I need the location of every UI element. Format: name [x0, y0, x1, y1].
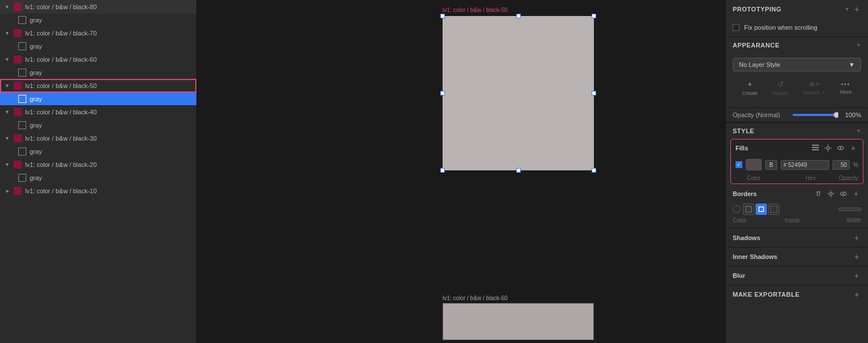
make-exportable-add-button[interactable]: +: [852, 290, 861, 299]
blur-add-button[interactable]: +: [852, 271, 861, 280]
fill-opacity-input[interactable]: [833, 160, 850, 170]
border-label-width: Width: [838, 217, 861, 224]
canvas-frame-black-60[interactable]: [443, 303, 594, 340]
border-width-input[interactable]: [838, 208, 861, 211]
handle-tr[interactable]: [592, 14, 596, 18]
handle-ml[interactable]: [440, 91, 445, 95]
fill-row: B %: [731, 157, 863, 174]
style-collapse-icon: ▼: [856, 128, 861, 134]
layer-group-header-black-40[interactable]: ▼ lv1: color / b&w / black-40: [0, 105, 196, 119]
opacity-slider[interactable]: [793, 111, 838, 118]
layer-group-header-black-30[interactable]: ▼ lv1: color / b&w / black-30: [0, 131, 196, 145]
layer-item-gray-70[interactable]: gray: [0, 40, 196, 53]
layer-group-header-black-70[interactable]: ▼ lv1: color / b&w / black-70: [0, 26, 196, 40]
blur-section: Blur +: [726, 266, 868, 285]
layer-group-black-80: ▼ lv1: color / b&w / black-80 gray: [0, 0, 196, 26]
appearance-title: APPEARANCE: [733, 42, 779, 49]
fills-actions: +: [810, 143, 858, 153]
update-icon: ↺: [777, 79, 784, 89]
inner-shadows-add-button[interactable]: +: [852, 252, 861, 261]
canvas-label-black-60: lv1: color / b&w / black-60: [443, 295, 508, 301]
inner-shadows-title: Inner Shadows: [733, 253, 777, 260]
border-labels-row: Color Inside Width: [733, 216, 861, 225]
layer-style-arrow: ▼: [849, 61, 855, 68]
svg-rect-0: [793, 114, 838, 116]
prototyping-section: PROTOTYPING ▼ + Fix position when scroll…: [726, 0, 868, 37]
fill-color-swatch[interactable]: [746, 159, 762, 170]
fills-visible-button[interactable]: [835, 143, 846, 153]
layer-item-gray-80[interactable]: gray: [0, 14, 196, 26]
handle-bm[interactable]: [516, 168, 521, 173]
svg-point-7: [840, 147, 842, 149]
blur-title: Blur: [733, 272, 745, 279]
fill-checkbox[interactable]: [736, 161, 742, 168]
borders-visible-button[interactable]: [838, 189, 849, 199]
style-header: STYLE ▼: [726, 122, 868, 137]
svg-rect-3: [812, 145, 819, 146]
layer-group-label: lv1: color / b&w / black-20: [25, 161, 97, 168]
shadows-add-button[interactable]: +: [852, 233, 861, 242]
handle-tm[interactable]: [516, 14, 521, 18]
layer-item-gray-20[interactable]: gray: [0, 172, 196, 184]
prototyping-header[interactable]: PROTOTYPING ▼ +: [726, 0, 868, 18]
layer-group-black-40: ▼ lv1: color / b&w / black-40 gray: [0, 105, 196, 131]
update-button[interactable]: ↺ Update: [767, 77, 793, 98]
svg-rect-12: [759, 207, 763, 212]
svg-rect-4: [812, 149, 819, 150]
layer-group-black-60: ▼ lv1: color / b&w / black-60 gray: [0, 53, 196, 79]
border-label-color: Color: [733, 217, 746, 224]
border-center-button[interactable]: [743, 204, 754, 215]
layer-group-header-black-20[interactable]: ▼ lv1: color / b&w / black-20: [0, 158, 196, 172]
svg-point-5: [827, 147, 830, 150]
chevron-icon: ▼: [5, 135, 10, 141]
layer-item-label: gray: [30, 17, 42, 23]
border-color-swatch[interactable]: [733, 205, 741, 213]
handle-tl[interactable]: [440, 14, 445, 18]
fills-add-button[interactable]: +: [848, 143, 858, 153]
fill-type-button[interactable]: B: [765, 160, 777, 170]
chevron-icon: ▼: [5, 30, 10, 36]
create-button[interactable]: + Create: [738, 77, 762, 98]
handle-bl[interactable]: [440, 168, 445, 173]
fix-position-checkbox[interactable]: [733, 24, 740, 31]
fills-settings-button[interactable]: [823, 143, 833, 153]
appearance-header[interactable]: APPEARANCE ▼: [726, 37, 868, 53]
layer-group-header-black-80[interactable]: ▼ lv1: color / b&w / black-80: [0, 0, 196, 14]
layer-group-header-black-50[interactable]: ▼ lv1: color / b&w / black-50: [0, 79, 196, 93]
prototyping-add-button[interactable]: +: [852, 5, 861, 14]
detach-button[interactable]: ⊞↗ Detach ↗: [798, 78, 830, 98]
border-inside-button[interactable]: [756, 204, 767, 215]
layer-item-gray-30[interactable]: gray: [0, 145, 196, 158]
handle-br[interactable]: [592, 168, 596, 173]
border-outside-button[interactable]: [768, 204, 779, 215]
fix-position-row: Fix position when scrolling: [733, 24, 861, 31]
layer-item-gray-40[interactable]: gray: [0, 119, 196, 131]
handle-mr[interactable]: [592, 91, 596, 95]
fills-header: Fills +: [731, 139, 863, 157]
make-exportable-section: MAKE EXPORTABLE +: [726, 285, 868, 304]
fills-title: Fills: [736, 145, 748, 151]
more-icon: •••: [841, 81, 851, 87]
group-frame-icon: [14, 3, 22, 11]
canvas-frame-black-50[interactable]: [443, 16, 594, 170]
rect-icon: [18, 147, 26, 155]
chevron-icon: ▼: [5, 109, 10, 115]
fills-layers-button[interactable]: [810, 143, 821, 153]
fix-position-label: Fix position when scrolling: [744, 24, 817, 31]
shadows-title: Shadows: [733, 234, 760, 241]
layer-group-header-black-60[interactable]: ▼ lv1: color / b&w / black-60: [0, 53, 196, 66]
inner-shadows-section: Inner Shadows +: [726, 247, 868, 266]
fill-hex-input[interactable]: [781, 160, 829, 170]
more-button[interactable]: ••• More: [835, 79, 857, 97]
layer-group-black-10: ▼ lv1: color / b&w / black-10: [0, 184, 196, 198]
borders-settings-button[interactable]: [826, 189, 836, 199]
layer-group-label: lv1: color / b&w / black-50: [25, 82, 97, 89]
borders-add-button[interactable]: +: [851, 189, 861, 199]
layer-item-gray-50-selected[interactable]: gray: [0, 93, 196, 105]
layer-group-header-black-10[interactable]: ▼ lv1: color / b&w / black-10: [0, 184, 196, 198]
layer-group-black-30: ▼ lv1: color / b&w / black-30 gray: [0, 131, 196, 158]
layer-item-gray-60[interactable]: gray: [0, 66, 196, 79]
layer-item-label: gray: [30, 95, 42, 102]
borders-delete-button[interactable]: [813, 189, 823, 199]
layer-style-dropdown[interactable]: No Layer Style ▼: [733, 58, 861, 71]
